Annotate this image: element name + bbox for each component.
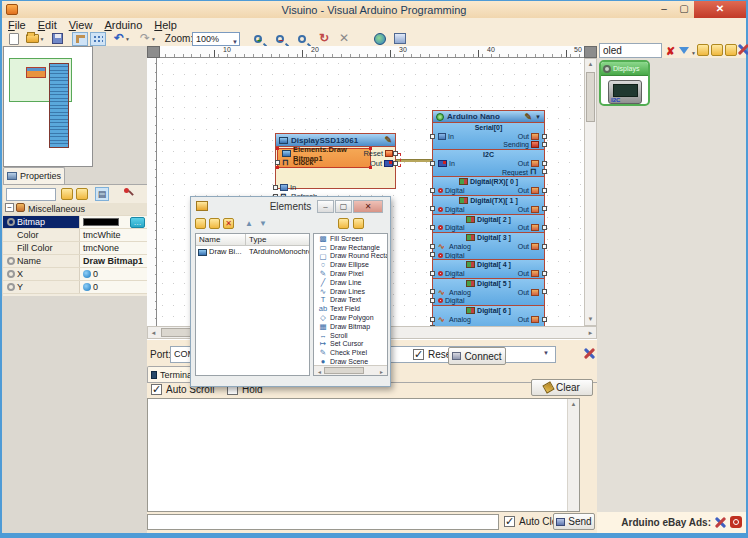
zoom-out-button[interactable]: −	[272, 32, 288, 45]
nano-section-digital-3-[interactable]: Digital[ 3 ]AnalogOutDigital	[432, 232, 545, 260]
move-up-icon[interactable]: ▲	[245, 219, 253, 228]
delete-element-button[interactable]: ✕	[223, 218, 234, 229]
zoom-combobox[interactable]: 100%▼	[192, 32, 240, 46]
reset-pin-row[interactable]: Reset	[363, 149, 393, 158]
new-project-button[interactable]	[6, 32, 22, 45]
search-result-display-component[interactable]: Displays I2C	[599, 60, 650, 106]
out-pin-square[interactable]	[393, 161, 398, 166]
terminal-scrollbar[interactable]: ▲	[567, 399, 579, 511]
menu-help[interactable]: Help	[154, 18, 177, 32]
collapse-icon[interactable]: −	[5, 203, 14, 212]
palette-item-draw-bitmap[interactable]: ▦Draw Bitmap	[314, 322, 387, 331]
palette-option-icon[interactable]	[711, 44, 723, 56]
clear-search-icon[interactable]: ✘	[666, 45, 675, 58]
pin-square[interactable]	[430, 244, 435, 249]
menu-file[interactable]: File	[8, 18, 26, 32]
clear-button[interactable]: Clear	[531, 379, 593, 396]
send-button[interactable]: Send	[553, 513, 595, 530]
output-pin[interactable]: Sending	[503, 141, 539, 148]
move-down-icon[interactable]: ▼	[259, 219, 267, 228]
output-pin[interactable]: Out	[518, 289, 539, 296]
output-pin[interactable]: Out	[518, 224, 539, 231]
element-type-palette[interactable]: ▩Fill Screen▭Draw Rectangle▢Draw Round R…	[313, 233, 388, 376]
pin-square[interactable]	[430, 225, 435, 230]
maximize-button[interactable]: ▢	[674, 1, 694, 18]
pin-square[interactable]	[430, 271, 435, 276]
input-pin[interactable]: In	[438, 133, 454, 140]
pin-square[interactable]	[542, 188, 547, 193]
output-pin[interactable]: Out	[518, 206, 539, 213]
property-row-y[interactable]: Y 0	[3, 281, 147, 294]
palette-item-draw-rectangle[interactable]: ▭Draw Rectangle	[314, 243, 387, 252]
overview-minimap[interactable]	[3, 46, 93, 167]
palette-item-draw-round-rectangle[interactable]: ▢Draw Round Rectangle	[314, 252, 387, 261]
input-pin[interactable]: Digital	[438, 252, 464, 259]
scrollbar-thumb[interactable]	[324, 367, 364, 374]
column-type[interactable]: Type	[246, 234, 309, 245]
web-help-button[interactable]	[372, 32, 388, 45]
pin-square[interactable]	[430, 134, 435, 139]
display-ssd1306-block[interactable]: DisplaySSD13061 ✎ Elements.Draw Bitmap1 …	[275, 133, 396, 189]
connect-button[interactable]: Connect	[448, 347, 506, 365]
canvas-vertical-scrollbar[interactable]: ▲ ▼	[584, 58, 597, 326]
selected-element-box[interactable]: Elements.Draw Bitmap1 Clock	[277, 148, 371, 168]
input-pin[interactable]: In	[438, 160, 455, 167]
nano-section-digital-6-[interactable]: Digital[ 6 ]AnalogOutDigital	[432, 305, 545, 326]
properties-search-input[interactable]	[6, 188, 56, 201]
property-row-name[interactable]: Name Draw Bitmap1	[3, 255, 147, 268]
insert-element-button[interactable]	[209, 218, 220, 229]
palette-item-draw-ellipse[interactable]: ○Draw Ellipse	[314, 260, 387, 269]
output-pin[interactable]: Out	[518, 133, 539, 140]
alpha-view-icon[interactable]	[76, 188, 88, 200]
palette-tools-icon[interactable]	[738, 44, 748, 55]
dialog-minimize-button[interactable]: –	[317, 200, 334, 213]
pin-square[interactable]	[542, 142, 547, 147]
output-pin[interactable]: Out	[518, 160, 539, 167]
property-row-color[interactable]: Color tmcWhite	[3, 229, 147, 242]
auto-scroll-checkbox[interactable]	[151, 384, 162, 395]
pin-square[interactable]	[542, 271, 547, 276]
import-elements-button[interactable]	[338, 218, 349, 229]
tab-terminal[interactable]: Terminal	[147, 366, 195, 382]
property-row-fill-color[interactable]: Fill Color tmcNone	[3, 242, 147, 255]
reset-pin-square[interactable]	[393, 151, 398, 156]
input-pin[interactable]: Digital	[438, 206, 464, 213]
output-pin[interactable]: Request	[502, 168, 539, 176]
filter-funnel-icon[interactable]	[679, 47, 689, 54]
input-pin[interactable]: Analog	[438, 316, 471, 323]
element-draw-bitmap-row[interactable]: Elements.Draw Bitmap1	[278, 149, 370, 158]
scroll-left-icon[interactable]: ◄	[148, 328, 159, 339]
scroll-right-icon[interactable]: ►	[376, 367, 387, 376]
grid-view-toggle[interactable]: ▤	[95, 187, 109, 201]
palette-item-set-cursor[interactable]: ↦Set Cursor	[314, 340, 387, 349]
palette-item-draw-lines[interactable]: ∿Draw Lines	[314, 287, 387, 296]
palette-item-draw-line[interactable]: ╱Draw Line	[314, 278, 387, 287]
screenshot-button[interactable]	[392, 32, 408, 45]
scroll-up-icon[interactable]: ▲	[568, 399, 579, 410]
nano-section-digital-tx-1-[interactable]: Digital(TX)[ 1 ]DigitalOut	[432, 195, 545, 215]
palette-horizontal-scrollbar[interactable]: ◄ ►	[314, 365, 387, 375]
redo-button[interactable]: ↷▼	[138, 32, 158, 45]
snap-toggle-button[interactable]	[72, 32, 88, 46]
element-list-item[interactable]: Draw Bi... TArduinoMonochrome...	[196, 246, 309, 258]
input-pin[interactable]: Digital	[438, 297, 464, 304]
pin-square[interactable]	[430, 161, 435, 166]
pin-square[interactable]	[430, 298, 435, 303]
undo-button[interactable]: ↶▼	[112, 32, 132, 45]
scroll-down-icon[interactable]: ▼	[585, 314, 596, 325]
nano-section-digital-2-[interactable]: Digital[ 2 ]DigitalOut	[432, 214, 545, 234]
output-pin[interactable]: Out	[518, 316, 539, 323]
reset-checkbox[interactable]	[413, 349, 424, 360]
nano-section-digital-5-[interactable]: Digital[ 5 ]AnalogOutDigital	[432, 278, 545, 306]
output-pin[interactable]: Out	[518, 187, 539, 194]
pin-square[interactable]	[430, 252, 435, 257]
in-pin-square[interactable]	[273, 185, 278, 190]
pin-square[interactable]	[542, 289, 547, 294]
scroll-right-icon[interactable]: ►	[585, 328, 596, 339]
port-tools-icon[interactable]	[584, 348, 595, 359]
property-group-row[interactable]: − Miscellaneous	[3, 203, 147, 216]
nano-section-digital-rx-0-[interactable]: Digital(RX)[ 0 ]DigitalOut	[432, 176, 545, 196]
palette-item-check-pixel[interactable]: ✎Check Pixel	[314, 348, 387, 357]
input-pin[interactable]: Analog	[438, 243, 471, 250]
pin-square[interactable]	[430, 317, 435, 322]
